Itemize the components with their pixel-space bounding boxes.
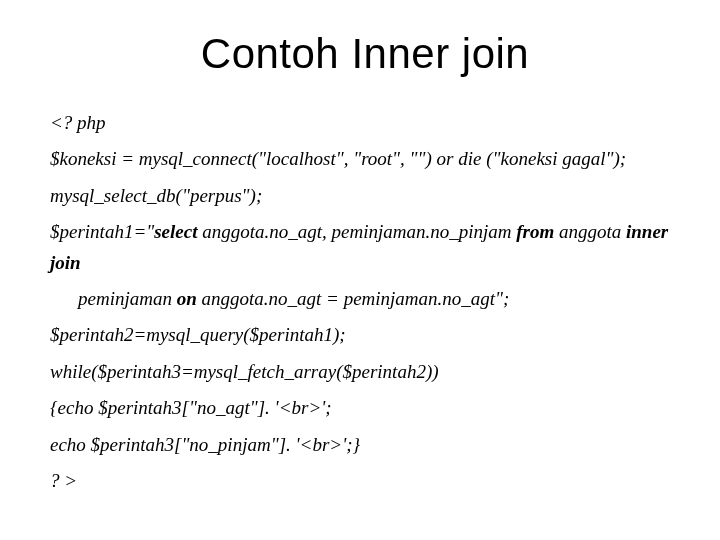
code-line-7: while($perintah3=mysql_fetch_array($peri… (50, 357, 680, 387)
keyword-select: select (154, 221, 197, 242)
slide: Contoh Inner join <? php $koneksi = mysq… (0, 0, 720, 540)
code-line-1: <? php (50, 108, 680, 138)
keyword-on: on (177, 288, 197, 309)
code-line-3: mysql_select_db("perpus"); (50, 181, 680, 211)
code-text: anggota.no_agt, peminjaman.no_pinjam (197, 221, 516, 242)
code-text: anggota.no_agt = peminjaman.no_agt"; (197, 288, 510, 309)
code-line-9: echo $perintah3["no_pinjam"]. '<br>';} (50, 430, 680, 460)
code-text: anggota (554, 221, 626, 242)
code-line-5: peminjaman on anggota.no_agt = peminjama… (50, 284, 680, 314)
code-text: $perintah1=" (50, 221, 154, 242)
slide-title: Contoh Inner join (50, 30, 680, 78)
code-line-8: {echo $perintah3["no_agt"]. '<br>'; (50, 393, 680, 423)
keyword-from: from (516, 221, 554, 242)
code-line-4: $perintah1="select anggota.no_agt, pemin… (50, 217, 680, 278)
code-line-10: ? > (50, 466, 680, 496)
code-line-2: $koneksi = mysql_connect("localhost", "r… (50, 144, 680, 174)
code-line-6: $perintah2=mysql_query($perintah1); (50, 320, 680, 350)
code-text: peminjaman (78, 288, 177, 309)
